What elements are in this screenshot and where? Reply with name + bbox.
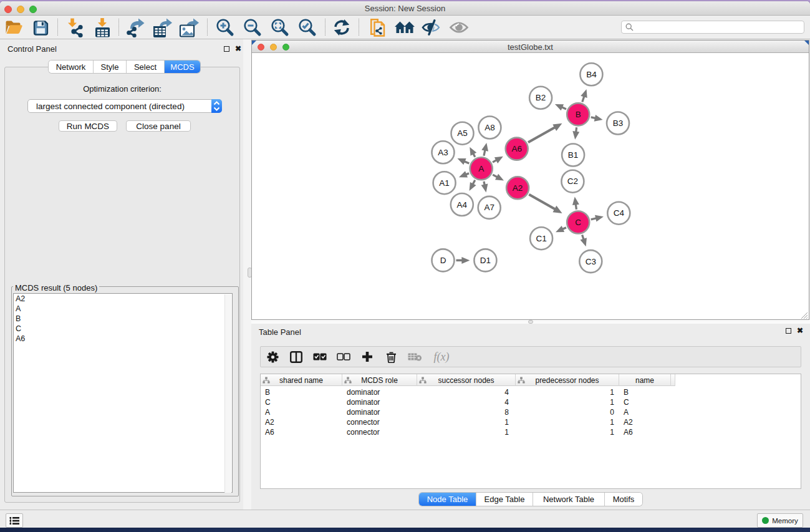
network-canvas[interactable]: AA1A2A3A4A5A6A7A8BB1B2B3B4CC1C2C3C4DD1 bbox=[252, 54, 809, 319]
column-header[interactable]: name bbox=[619, 374, 671, 386]
column-header[interactable]: MCDS role bbox=[342, 374, 417, 386]
tab-network-table[interactable]: Network Table bbox=[533, 493, 605, 506]
graph-node-C3[interactable]: C3 bbox=[579, 250, 602, 273]
graph-node-A2[interactable]: A2 bbox=[506, 177, 529, 199]
control-panel: Control Panel ✖ Network Style Select MCD… bbox=[0, 39, 243, 510]
function-builder-icon[interactable]: f(x) bbox=[427, 351, 456, 364]
result-item[interactable]: C bbox=[14, 324, 232, 334]
mcds-result-list[interactable]: A2ABCA6 bbox=[13, 293, 233, 493]
graph-node-A7[interactable]: A7 bbox=[478, 196, 501, 219]
status-bar: Memory bbox=[0, 510, 810, 528]
table-row[interactable]: Cdominator41C bbox=[261, 397, 801, 407]
homes-icon[interactable] bbox=[394, 16, 415, 39]
import-table-icon[interactable] bbox=[92, 16, 112, 39]
vertical-split-divider[interactable] bbox=[243, 39, 251, 510]
hide-graphics-icon[interactable] bbox=[421, 16, 441, 39]
graph-node-C1[interactable]: C1 bbox=[530, 227, 552, 249]
task-history-button[interactable] bbox=[6, 513, 23, 528]
table-cell: A bbox=[619, 407, 671, 417]
import-network-icon[interactable] bbox=[65, 16, 85, 39]
save-session-icon[interactable] bbox=[31, 16, 51, 39]
graph-node-B3[interactable]: B3 bbox=[607, 112, 629, 135]
column-header[interactable]: successor nodes bbox=[417, 374, 516, 386]
tab-network[interactable]: Network bbox=[49, 60, 94, 73]
delete-icon[interactable] bbox=[379, 351, 403, 363]
result-item[interactable]: A2 bbox=[14, 294, 232, 304]
export-network-icon[interactable] bbox=[127, 16, 147, 39]
result-item[interactable]: A6 bbox=[14, 334, 232, 344]
show-graphics-icon[interactable] bbox=[449, 16, 469, 39]
network-graph: AA1A2A3A4A5A6A7A8BB1B2B3B4CC1C2C3C4DD1 bbox=[252, 54, 809, 319]
tab-select[interactable]: Select bbox=[127, 60, 165, 73]
tab-edge-table[interactable]: Edge Table bbox=[476, 493, 533, 506]
close-panel-icon[interactable]: ✖ bbox=[235, 46, 241, 52]
svg-text:D: D bbox=[440, 256, 446, 265]
column-header[interactable]: predecessor nodes bbox=[516, 374, 619, 386]
deselect-all-icon[interactable] bbox=[332, 353, 355, 360]
graph-node-B1[interactable]: B1 bbox=[562, 144, 584, 167]
float-panel-icon[interactable] bbox=[786, 328, 791, 334]
delete-table-icon[interactable] bbox=[403, 352, 427, 361]
mcds-tab-content: Optimization criterion: largest connecte… bbox=[4, 67, 240, 503]
table-row[interactable]: Adominator80A bbox=[261, 407, 801, 417]
tab-node-table[interactable]: Node Table bbox=[419, 493, 476, 506]
svg-text:A8: A8 bbox=[485, 123, 495, 132]
column-header[interactable]: shared name bbox=[261, 374, 342, 386]
graph-edge[interactable] bbox=[528, 127, 557, 143]
tab-motifs[interactable]: Motifs bbox=[605, 493, 642, 506]
table-cell: B bbox=[619, 387, 671, 397]
zoom-selected-icon[interactable] bbox=[297, 16, 317, 39]
resize-grip-icon[interactable] bbox=[800, 311, 808, 319]
graph-node-A5[interactable]: A5 bbox=[451, 122, 474, 145]
add-icon[interactable] bbox=[355, 351, 379, 362]
search-field[interactable] bbox=[621, 21, 804, 34]
result-item[interactable]: A bbox=[14, 304, 232, 314]
node-table[interactable]: shared nameMCDS rolesuccessor nodesprede… bbox=[260, 374, 801, 489]
search-input[interactable] bbox=[634, 22, 804, 32]
session-docs-icon[interactable] bbox=[367, 16, 387, 39]
edge-arrowhead bbox=[581, 89, 587, 98]
open-file-icon[interactable] bbox=[4, 16, 24, 39]
graph-node-B[interactable]: B bbox=[567, 103, 589, 125]
float-panel-icon[interactable] bbox=[224, 46, 229, 52]
zoom-out-icon[interactable] bbox=[243, 16, 263, 39]
memory-button[interactable]: Memory bbox=[757, 513, 803, 528]
graph-node-A3[interactable]: A3 bbox=[432, 141, 455, 163]
zoom-in-icon[interactable] bbox=[215, 16, 235, 39]
gear-icon[interactable] bbox=[261, 351, 284, 363]
toolbar-separator bbox=[57, 19, 58, 36]
export-table-icon[interactable] bbox=[152, 16, 173, 39]
tab-style[interactable]: Style bbox=[94, 60, 127, 73]
close-panel-button[interactable]: Close panel bbox=[126, 120, 191, 132]
graph-node-A[interactable]: A bbox=[470, 157, 493, 180]
graph-node-C4[interactable]: C4 bbox=[607, 202, 630, 225]
svg-text:B: B bbox=[576, 110, 581, 119]
graph-node-B4[interactable]: B4 bbox=[580, 63, 602, 85]
split-column-icon[interactable] bbox=[284, 351, 308, 363]
graph-node-C[interactable]: C bbox=[567, 211, 589, 234]
graph-node-A6[interactable]: A6 bbox=[506, 138, 528, 160]
refresh-icon[interactable] bbox=[332, 16, 352, 39]
svg-text:A2: A2 bbox=[513, 183, 523, 193]
export-image-icon[interactable] bbox=[179, 16, 200, 39]
table-row[interactable]: Bdominator41B bbox=[261, 387, 801, 397]
graph-node-A8[interactable]: A8 bbox=[478, 117, 501, 139]
graph-node-A1[interactable]: A1 bbox=[433, 172, 456, 194]
optimization-criterion-dropdown[interactable]: largest connected component (directed) bbox=[27, 99, 222, 113]
result-item[interactable]: B bbox=[14, 314, 232, 324]
graph-node-D[interactable]: D bbox=[432, 249, 455, 271]
close-panel-icon[interactable]: ✖ bbox=[797, 327, 803, 334]
result-scrollbar[interactable] bbox=[224, 294, 231, 493]
graph-node-D1[interactable]: D1 bbox=[474, 249, 496, 271]
tab-mcds[interactable]: MCDS bbox=[165, 60, 200, 73]
graph-node-A4[interactable]: A4 bbox=[451, 193, 473, 216]
graph-node-C2[interactable]: C2 bbox=[561, 170, 584, 193]
graph-edge[interactable] bbox=[529, 195, 557, 210]
select-all-icon[interactable] bbox=[308, 353, 332, 360]
run-mcds-button[interactable]: Run MCDS bbox=[59, 120, 117, 132]
table-cell: A6 bbox=[619, 427, 671, 437]
table-row[interactable]: A6connector11A6 bbox=[261, 427, 801, 437]
zoom-fit-icon[interactable] bbox=[270, 16, 290, 39]
table-row[interactable]: A2connector11A2 bbox=[261, 417, 801, 427]
graph-node-B2[interactable]: B2 bbox=[529, 87, 552, 109]
